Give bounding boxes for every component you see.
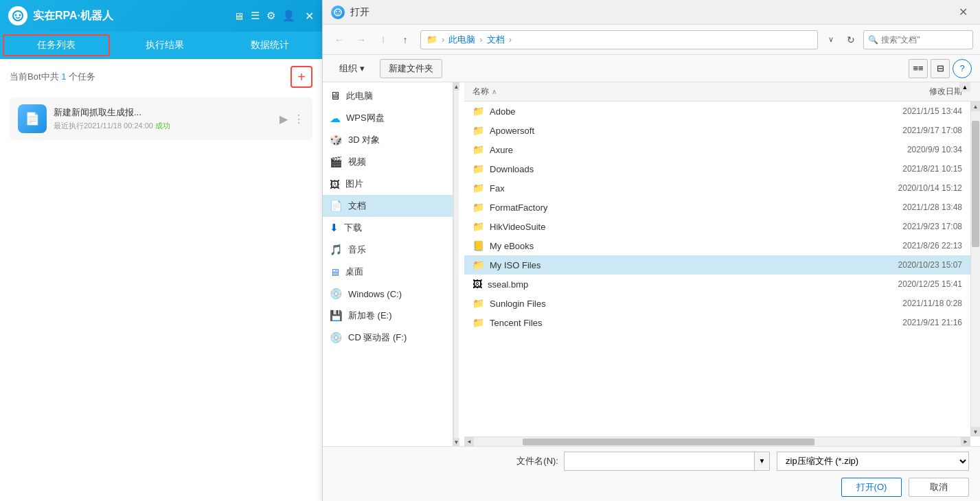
help-button[interactable]: ? (953, 59, 972, 78)
file-date: 2021/9/21 21:16 (852, 318, 962, 327)
breadcrumb-documents[interactable]: 文档 (487, 34, 505, 46)
address-dropdown-button[interactable]: ∨ (823, 32, 839, 47)
column-name-header[interactable]: 名称 ∧ (472, 86, 852, 97)
nav-forward-button[interactable]: → (352, 30, 371, 49)
file-date: 2021/8/26 22:13 (852, 241, 962, 250)
svg-point-4 (336, 11, 337, 12)
sidebar-item-2[interactable]: 🎲3D 对象 (323, 129, 453, 151)
file-row[interactable]: 📒 My eBooks 2021/8/26 22:13 (464, 236, 970, 255)
task-play-button[interactable]: ▶ (280, 113, 288, 126)
sidebar-item-1[interactable]: ☁WPS网盘 (323, 107, 453, 129)
filetype-select[interactable]: zip压缩文件 (*.zip) (777, 452, 969, 471)
view-details-button[interactable]: ≡≡ (909, 59, 928, 78)
dialog-app-icon (331, 5, 345, 19)
file-name: My eBooks (490, 241, 852, 251)
file-row[interactable]: 📁 HikVideoSuite 2021/9/23 17:08 (464, 217, 970, 236)
file-row[interactable]: 📁 Tencent Files 2021/9/21 21:16 (464, 313, 970, 332)
file-dialog: 打开 ✕ ← → | ↑ 📁 › 此电脑 › 文档 › ∨ ↻ 🔍 组织 ▾ 新… (323, 0, 980, 501)
file-row[interactable]: 📁 My ISO Files 2020/10/23 15:07 (464, 255, 970, 275)
left-titlebar: 实在RPA·机器人 🖥 ☰ ⚙ 👤 ✕ (0, 0, 322, 32)
sidebar-item-9[interactable]: 💿Windows (C:) (323, 283, 453, 305)
dialog-close-button[interactable]: ✕ (955, 4, 972, 20)
file-name: Downloads (490, 164, 852, 174)
file-date: 2020/9/9 10:34 (852, 145, 962, 154)
file-row[interactable]: 📁 Adobe 2021/1/15 13:44 (464, 102, 970, 121)
file-name: FormatFactory (490, 202, 852, 213)
filelist-hscroll-right[interactable]: ► (961, 437, 970, 447)
address-separator2: › (479, 34, 482, 45)
nav-back-button[interactable]: ← (330, 30, 349, 49)
breadcrumb-this-pc[interactable]: 此电脑 (448, 34, 475, 46)
task-info: 新建新闻抓取生成报... 最近执行2021/11/18 00:24:00 成功 (54, 106, 273, 131)
view-preview-button[interactable]: ⊟ (931, 59, 950, 78)
nav-up-button[interactable]: ↑ (396, 30, 415, 49)
file-list: 📁 Adobe 2021/1/15 13:44 📁 Apowersoft 202… (464, 102, 970, 436)
sidebar-item-7[interactable]: 🎵音乐 (323, 239, 453, 261)
dialog-toolbar: ← → | ↑ 📁 › 此电脑 › 文档 › ∨ ↻ 🔍 (323, 25, 980, 55)
bot-count-row: 当前Bot中共 1 个任务 + (10, 66, 312, 88)
left-tabs: 任务列表 执行结果 数据统计 (0, 32, 322, 59)
file-name: My ISO Files (490, 260, 852, 270)
address-bar[interactable]: 📁 › 此电脑 › 文档 › (420, 30, 818, 49)
sidebar-item-3[interactable]: 🎬视频 (323, 151, 453, 173)
filename-dropdown-button[interactable]: ▼ (755, 452, 770, 471)
cancel-button[interactable]: 取消 (909, 478, 969, 497)
refresh-button[interactable]: ↻ (841, 30, 861, 49)
file-row[interactable]: 📁 Downloads 2021/8/21 10:15 (464, 159, 970, 178)
app-logo (8, 6, 27, 25)
file-row[interactable]: 📁 Sunlogin Files 2021/11/18 0:28 (464, 294, 970, 313)
open-button[interactable]: 打开(O) (841, 478, 902, 497)
sidebar-item-label: 下载 (344, 222, 362, 234)
filelist-scroll-up[interactable]: ▲ (971, 102, 980, 111)
title-icons: 🖥 ☰ ⚙ 👤 (233, 10, 295, 22)
tab-task-list[interactable]: 任务列表 (3, 34, 110, 56)
sidebar-scroll-down[interactable]: ▼ (454, 438, 459, 446)
file-row[interactable]: 📁 Fax 2020/10/14 15:12 (464, 178, 970, 198)
monitor-icon[interactable]: 🖥 (233, 10, 244, 22)
organize-button[interactable]: 组织 ▾ (331, 59, 373, 78)
left-close-button[interactable]: ✕ (305, 10, 314, 23)
filelist-hscroll-left[interactable]: ◄ (464, 437, 474, 447)
nav-separator: | (374, 30, 393, 49)
task-more-button[interactable]: ⋮ (293, 113, 304, 126)
task-name: 新建新闻抓取生成报... (54, 106, 273, 119)
sidebar-item-label: 音乐 (348, 244, 366, 256)
sidebar-item-label: 视频 (348, 156, 366, 168)
sidebar-item-4[interactable]: 🖼图片 (323, 173, 453, 195)
task-icon: 📄 (18, 104, 47, 133)
user-icon[interactable]: 👤 (282, 10, 295, 22)
file-row[interactable]: 📁 FormatFactory 2021/1/28 13:48 (464, 198, 970, 217)
sidebar-item-label: 图片 (345, 178, 363, 190)
tab-execution-results[interactable]: 执行结果 (113, 32, 217, 59)
new-folder-button[interactable]: 新建文件夹 (380, 59, 442, 78)
add-task-button[interactable]: + (290, 66, 312, 88)
dialog-footer: 文件名(N): ▼ zip压缩文件 (*.zip) 打开(O) 取消 (323, 446, 980, 501)
sidebar-item-5[interactable]: 📄文档 (323, 195, 453, 217)
dialog-actions-bar: 组织 ▾ 新建文件夹 ≡≡ ⊟ ? (323, 55, 980, 82)
menu-icon[interactable]: ☰ (251, 10, 260, 22)
file-row[interactable]: 🖼 sseal.bmp 2020/12/25 15:41 (464, 275, 970, 294)
svg-point-5 (339, 11, 340, 12)
filelist-scroll-up-arrow[interactable]: ▲ (959, 82, 970, 92)
task-meta: 最近执行2021/11/18 00:24:00 成功 (54, 121, 273, 131)
file-name: HikVideoSuite (490, 222, 852, 232)
filelist-scroll-down[interactable]: ▼ (971, 427, 980, 436)
tab-data-stats[interactable]: 数据统计 (218, 32, 322, 59)
file-row[interactable]: 📁 Apowersoft 2021/9/17 17:08 (464, 121, 970, 140)
sidebar-item-8[interactable]: 🖥桌面 (323, 261, 453, 283)
file-date: 2021/11/18 0:28 (852, 299, 962, 308)
filename-input[interactable] (564, 452, 755, 471)
search-input[interactable] (881, 35, 980, 45)
sidebar-item-0[interactable]: 🖥此电脑 (323, 85, 453, 107)
sidebar-item-6[interactable]: ⬇下载 (323, 217, 453, 239)
file-row[interactable]: 📁 Axure 2020/9/9 10:34 (464, 140, 970, 159)
sidebar-scroll-up[interactable]: ▲ (454, 82, 459, 91)
task-item: 📄 新建新闻抓取生成报... 最近执行2021/11/18 00:24:00 成… (10, 97, 312, 140)
sidebar-item-11[interactable]: 💿CD 驱动器 (F:) (323, 327, 453, 349)
file-list-area: ▲ 名称 ∧ 修改日期 📁 Adobe 2021/1/15 13:44 📁 (464, 82, 980, 446)
sidebar-item-label: CD 驱动器 (F:) (348, 331, 407, 344)
settings-icon[interactable]: ⚙ (266, 10, 275, 22)
column-date-header[interactable]: 修改日期 (852, 86, 962, 97)
sidebar-item-10[interactable]: 💾新加卷 (E:) (323, 305, 453, 327)
file-name: Adobe (490, 106, 852, 117)
